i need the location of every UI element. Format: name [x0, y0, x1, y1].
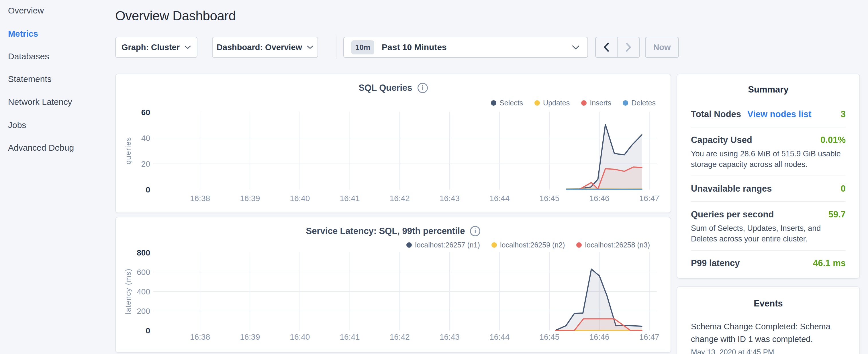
chart-title-row: Service Latency: SQL, 99th percentile i: [116, 226, 671, 236]
x-tick-label: 16:43: [440, 194, 460, 203]
time-range-label: Past 10 Minutes: [382, 42, 447, 52]
y-tick-label: 200: [137, 307, 150, 316]
chart-title-row: SQL Queries i: [116, 83, 671, 93]
divider: [691, 201, 846, 202]
page-title: Overview Dashboard: [115, 8, 236, 24]
x-tick-label: 16:40: [290, 194, 310, 203]
events-title: Events: [691, 298, 846, 309]
graph-dropdown-label: Graph: Cluster: [122, 43, 180, 52]
y-tick-label: 0: [146, 185, 150, 194]
legend-dot: [623, 100, 628, 106]
time-range-selector[interactable]: 10m Past 10 Minutes: [343, 37, 588, 58]
chevron-down-icon: [184, 45, 191, 49]
summary-row-label: Unavailable ranges: [691, 184, 772, 194]
now-button-label: Now: [653, 43, 671, 52]
events-list: Schema Change Completed: Schema change w…: [691, 320, 846, 354]
controls-divider: [336, 35, 336, 59]
x-tick-label: 16:46: [589, 194, 610, 203]
legend-item-updates[interactable]: Updates: [534, 99, 570, 107]
summary-row-value: 46.1 ms: [813, 258, 846, 268]
next-range-button[interactable]: [618, 37, 639, 57]
legend-dot: [406, 242, 412, 248]
x-tick-label: 16:40: [290, 332, 310, 342]
x-tick-label: 16:38: [190, 332, 210, 342]
view-nodes-link[interactable]: View nodes list: [747, 109, 811, 120]
x-tick-label: 16:43: [440, 332, 460, 342]
x-tick-label: 16:46: [589, 332, 610, 342]
summary-row-label: Queries per second: [691, 210, 774, 220]
sidebar-item-metrics[interactable]: Metrics: [8, 28, 38, 40]
events-panel: Events Schema Change Completed: Schema c…: [677, 286, 860, 354]
sidebar-item-overview[interactable]: Overview: [8, 4, 44, 17]
page-root: OverviewMetricsDatabasesStatementsNetwor…: [0, 0, 868, 354]
summary-row-value: 3: [841, 109, 846, 120]
x-tick-label: 16:42: [390, 332, 410, 342]
y-tick-label: 0: [146, 326, 150, 335]
dashboard-dropdown[interactable]: Dashboard: Overview: [212, 37, 318, 58]
prev-range-button[interactable]: [596, 37, 618, 57]
legend-dot: [581, 100, 587, 106]
x-tick-label: 16:47: [639, 194, 659, 203]
x-tick-label: 16:41: [340, 332, 360, 342]
y-tick-label: 600: [137, 268, 150, 277]
legend-item-selects[interactable]: Selects: [491, 99, 523, 107]
now-button[interactable]: Now: [645, 37, 679, 58]
summary-row-total-nodes: Total NodesView nodes list3: [691, 107, 846, 121]
summary-row-value: 0.01%: [820, 135, 846, 145]
sidebar-item-statements[interactable]: Statements: [8, 73, 52, 85]
summary-row-label: Capacity Used: [691, 135, 752, 145]
summary-row-unavailable-ranges: Unavailable ranges0: [691, 182, 846, 196]
sql-queries-chart-card: SQL Queries i SelectsUpdatesInsertsDelet…: [115, 74, 671, 213]
summary-row-description: You are using 28.6 MiB of 515.9 GiB usab…: [691, 149, 846, 170]
summary-panel: Summary Total NodesView nodes list3Capac…: [677, 74, 860, 279]
legend-item-deletes[interactable]: Deletes: [623, 99, 656, 107]
legend-label: Selects: [499, 99, 523, 107]
legend-item-inserts[interactable]: Inserts: [581, 99, 611, 107]
legend-label: Inserts: [590, 99, 611, 107]
chevron-down-icon: [571, 45, 580, 50]
chart-legend: SelectsUpdatesInsertsDeletes: [491, 99, 656, 107]
summary-row-capacity-used: Capacity Used0.01%: [691, 133, 846, 147]
x-tick-label: 16:45: [539, 194, 559, 203]
y-axis-title: latency (ms): [124, 268, 132, 314]
sql-queries-chart[interactable]: 020406016:3816:3916:4016:4116:4216:4316:…: [122, 106, 666, 213]
sidebar-item-advanced-debug[interactable]: Advanced Debug: [8, 141, 74, 154]
y-tick-label: 400: [137, 287, 150, 296]
info-icon[interactable]: i: [417, 83, 428, 93]
y-tick-label: 40: [141, 134, 150, 142]
sidebar-item-network-latency[interactable]: Network Latency: [8, 96, 72, 108]
summary-row-description: Sum of Selects, Updates, Inserts, and De…: [691, 223, 846, 244]
y-tick-label: 60: [141, 108, 150, 117]
service-latency-chart[interactable]: 020040060080016:3816:3916:4016:4116:4216…: [122, 248, 666, 353]
y-tick-label: 800: [137, 248, 150, 257]
chevron-down-icon: [307, 45, 313, 49]
summary-title: Summary: [691, 85, 846, 95]
summary-row-p99-latency: P99 latency46.1 ms: [691, 256, 846, 270]
graph-dropdown[interactable]: Graph: Cluster: [115, 37, 197, 58]
time-range-badge: 10m: [351, 40, 374, 55]
event-text: Schema Change Completed: Schema change w…: [691, 320, 846, 345]
sidebar-item-databases[interactable]: Databases: [8, 50, 49, 63]
divider: [691, 127, 846, 127]
x-tick-label: 16:44: [490, 332, 509, 342]
event-timestamp: May 13, 2020 at 4:45 PM: [691, 348, 846, 354]
x-tick-label: 16:42: [390, 194, 410, 203]
divider: [691, 250, 846, 251]
legend-dot: [534, 100, 540, 106]
summary-row-label: Total Nodes: [691, 109, 741, 120]
legend-dot: [491, 100, 496, 106]
sidebar-item-jobs[interactable]: Jobs: [8, 119, 26, 131]
series-fill-inserts: [580, 167, 642, 190]
x-tick-label: 16:47: [639, 332, 659, 342]
event-item[interactable]: Schema Change Completed: Schema change w…: [691, 320, 846, 354]
summary-row-queries-per-second: Queries per second59.7: [691, 207, 846, 221]
x-tick-label: 16:45: [539, 332, 559, 342]
x-tick-label: 16:38: [190, 194, 210, 203]
y-tick-label: 20: [141, 160, 150, 168]
summary-row-value: 0: [841, 184, 846, 194]
legend-dot: [576, 242, 582, 248]
chevron-right-icon: [625, 42, 631, 52]
info-icon[interactable]: i: [470, 226, 480, 236]
chevron-left-icon: [603, 42, 610, 52]
divider: [691, 175, 846, 176]
